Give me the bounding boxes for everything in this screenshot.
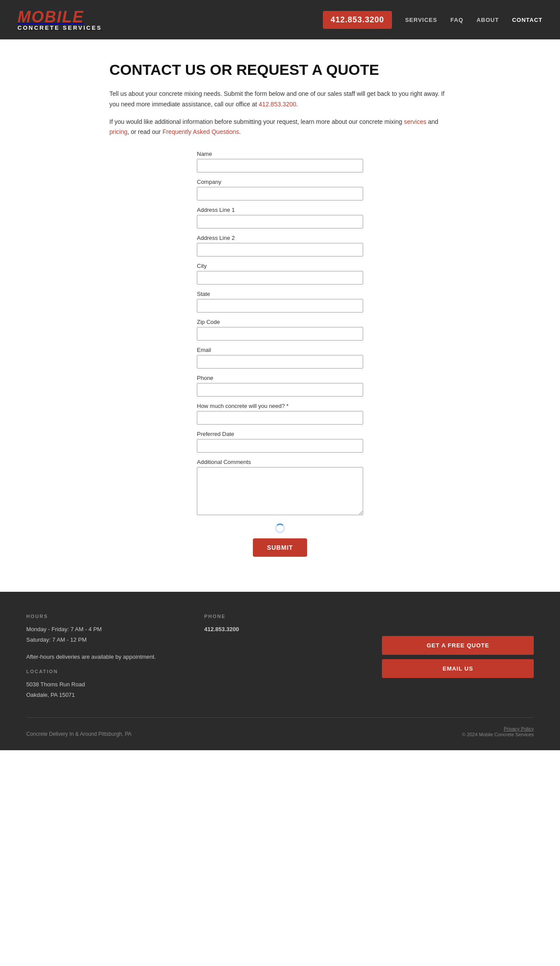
label-state: State (197, 291, 363, 297)
footer-phone-number: 412.853.3200 (204, 624, 356, 634)
page-title: CONTACT US OR REQUEST A QUOTE (109, 61, 451, 78)
logo-concrete: CONCRETE SERVICES (18, 25, 102, 31)
footer-hours-afterhours: After-hours deliveries are available by … (26, 652, 178, 662)
field-concrete: How much concrete will you need? * (197, 403, 363, 425)
label-date: Preferred Date (197, 431, 363, 437)
faq-link[interactable]: Frequently Asked Questions (162, 128, 239, 135)
footer-tagline: Concrete Delivery In & Around Pittsburgh… (26, 731, 132, 737)
logo-mobile: MOBILE (18, 9, 102, 25)
field-zip: Zip Code (197, 319, 363, 341)
field-comments: Additional Comments (197, 459, 363, 516)
input-phone[interactable] (197, 383, 363, 397)
footer-location-heading: LOCATION (26, 669, 178, 674)
footer-hours-heading: HOURS (26, 614, 178, 619)
label-comments: Additional Comments (197, 459, 363, 465)
services-link[interactable]: services (404, 118, 426, 125)
recaptcha-spinner (197, 523, 363, 533)
main-nav: 412.853.3200 SERVICES FAQ ABOUT CONTACT (323, 11, 542, 29)
footer-top: HOURS Monday - Friday: 7 AM - 4 PM Satur… (26, 614, 534, 700)
get-free-quote-button[interactable]: GET A FREE QUOTE (382, 636, 534, 655)
field-city: City (197, 263, 363, 285)
footer-bottom: Concrete Delivery In & Around Pittsburgh… (26, 717, 534, 737)
footer-phone-col: PHONE 412.853.3200 (204, 614, 356, 700)
input-address2[interactable] (197, 243, 363, 256)
field-email: Email (197, 347, 363, 369)
logo: MOBILE CONCRETE SERVICES (18, 9, 102, 31)
input-name[interactable] (197, 159, 363, 172)
intro1-end: . (296, 101, 298, 108)
header-phone[interactable]: 412.853.3200 (323, 11, 392, 29)
label-city: City (197, 263, 363, 269)
nav-contact[interactable]: CONTACT (512, 17, 542, 23)
input-comments[interactable] (197, 467, 363, 515)
footer-hours-col: HOURS Monday - Friday: 7 AM - 4 PM Satur… (26, 614, 178, 700)
label-concrete: How much concrete will you need? * (197, 403, 363, 409)
label-email: Email (197, 347, 363, 353)
field-name: Name (197, 151, 363, 172)
input-company[interactable] (197, 187, 363, 200)
label-name: Name (197, 151, 363, 157)
footer-cta-col: GET A FREE QUOTE EMAIL US (382, 614, 534, 700)
submit-button[interactable]: SUBMIT (253, 538, 307, 557)
footer-phone-heading: PHONE (204, 614, 356, 619)
footer-hours-mon-fri: Monday - Friday: 7 AM - 4 PM (26, 624, 178, 634)
footer-legal: Privacy Policy © 2024 Mobile Concrete Se… (462, 725, 534, 737)
field-address1: Address Line 1 (197, 207, 363, 228)
label-zip: Zip Code (197, 319, 363, 325)
field-date: Preferred Date (197, 431, 363, 453)
input-city[interactable] (197, 271, 363, 285)
footer-location-line1: 5038 Thoms Run Road (26, 679, 178, 689)
label-company: Company (197, 179, 363, 185)
footer-hours-sat: Saturday: 7 AM - 12 PM (26, 635, 178, 645)
input-address1[interactable] (197, 215, 363, 228)
field-state: State (197, 291, 363, 313)
footer-copyright: © 2024 Mobile Concrete Services (462, 732, 534, 737)
input-state[interactable] (197, 299, 363, 313)
field-address2: Address Line 2 (197, 235, 363, 256)
field-company: Company (197, 179, 363, 200)
loading-spinner (275, 523, 285, 533)
nav-faq[interactable]: FAQ (450, 17, 463, 23)
email-us-button[interactable]: EMAIL US (382, 659, 534, 678)
intro-paragraph-2: If you would like additional information… (109, 117, 451, 138)
field-phone: Phone (197, 375, 363, 397)
footer-location-line2: Oakdale, PA 15071 (26, 690, 178, 700)
input-concrete[interactable] (197, 411, 363, 425)
contact-form: Name Company Address Line 1 Address Line… (197, 151, 363, 557)
privacy-policy-link[interactable]: Privacy Policy (504, 726, 534, 731)
input-email[interactable] (197, 355, 363, 369)
label-address2: Address Line 2 (197, 235, 363, 241)
label-address1: Address Line 1 (197, 207, 363, 213)
input-zip[interactable] (197, 327, 363, 341)
pricing-link[interactable]: pricing (109, 128, 127, 135)
nav-about[interactable]: ABOUT (476, 17, 499, 23)
label-phone: Phone (197, 375, 363, 381)
intro-paragraph-1: Tell us about your concrete mixing needs… (109, 89, 451, 110)
logo-link[interactable]: MOBILE CONCRETE SERVICES (18, 9, 102, 31)
input-date[interactable] (197, 439, 363, 453)
intro-phone-link[interactable]: 412.853.3200 (259, 101, 296, 108)
nav-services[interactable]: SERVICES (405, 17, 438, 23)
